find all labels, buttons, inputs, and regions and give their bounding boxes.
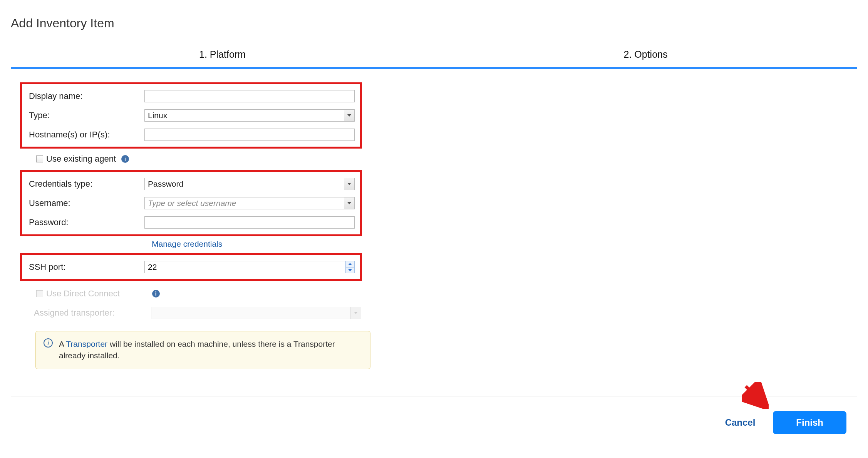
password-input[interactable]: [144, 216, 355, 229]
username-combo-caret[interactable]: [344, 197, 355, 209]
label-assigned-transporter: Assigned transporter:: [34, 308, 151, 318]
username-combo[interactable]: Type or select username: [144, 197, 355, 209]
username-placeholder: Type or select username: [144, 197, 355, 209]
label-use-existing-agent: Use existing agent: [46, 154, 116, 164]
label-use-direct-connect: Use Direct Connect: [46, 289, 120, 299]
type-select-caret[interactable]: [344, 109, 355, 122]
transporter-info-text: A Transporter will be installed on each …: [59, 338, 362, 362]
cancel-button[interactable]: Cancel: [723, 417, 758, 428]
use-direct-connect-checkbox: [36, 290, 43, 297]
info-icon[interactable]: i: [152, 290, 160, 298]
label-type: Type:: [29, 110, 144, 120]
ssh-port-input[interactable]: [144, 261, 355, 273]
annotation-arrow-icon: [742, 382, 769, 411]
svg-line-0: [746, 386, 762, 402]
ssh-port-down[interactable]: [345, 267, 355, 273]
label-username: Username:: [29, 198, 144, 208]
wizard-tabs: 1. Platform 2. Options: [11, 46, 857, 69]
credentials-type-value: Password: [144, 178, 355, 190]
info-icon: i: [44, 338, 53, 348]
type-select[interactable]: Linux: [144, 109, 355, 122]
transporter-link[interactable]: Transporter: [66, 339, 107, 348]
display-name-input[interactable]: [144, 90, 355, 102]
page-title: Add Inventory Item: [11, 16, 857, 30]
finish-button[interactable]: Finish: [773, 411, 846, 434]
chevron-down-icon: [347, 183, 351, 185]
label-password: Password:: [29, 217, 144, 227]
tab-options[interactable]: 2. Options: [434, 46, 857, 67]
type-select-value: Linux: [144, 109, 355, 122]
tab-platform[interactable]: 1. Platform: [11, 46, 434, 67]
assigned-transporter-caret: [350, 307, 361, 319]
assigned-transporter-value: [151, 307, 361, 319]
hostname-input[interactable]: [144, 129, 355, 141]
label-hostname: Hostname(s) or IP(s):: [29, 130, 144, 140]
highlight-box-ssh: SSH port:: [20, 253, 362, 281]
info-icon[interactable]: i: [121, 155, 129, 163]
transporter-info-panel: i A Transporter will be installed on eac…: [35, 331, 370, 369]
credentials-type-caret[interactable]: [344, 178, 355, 190]
ssh-port-spinner[interactable]: [144, 261, 355, 273]
label-ssh-port: SSH port:: [29, 262, 144, 272]
highlight-box-identity: Display name: Type: Linux Hostname(s) or…: [20, 82, 362, 149]
chevron-down-icon: [347, 114, 351, 117]
label-credentials-type: Credentials type:: [29, 179, 144, 189]
assigned-transporter-select: [151, 307, 361, 319]
highlight-box-credentials: Credentials type: Password Username: Typ…: [20, 170, 362, 236]
manage-credentials-link[interactable]: Manage credentials: [152, 239, 222, 248]
chevron-down-icon: [354, 312, 358, 314]
use-existing-agent-checkbox[interactable]: [36, 155, 43, 162]
ssh-port-up[interactable]: [345, 261, 355, 267]
label-display-name: Display name:: [29, 91, 144, 101]
credentials-type-select[interactable]: Password: [144, 178, 355, 190]
chevron-down-icon: [347, 202, 351, 204]
